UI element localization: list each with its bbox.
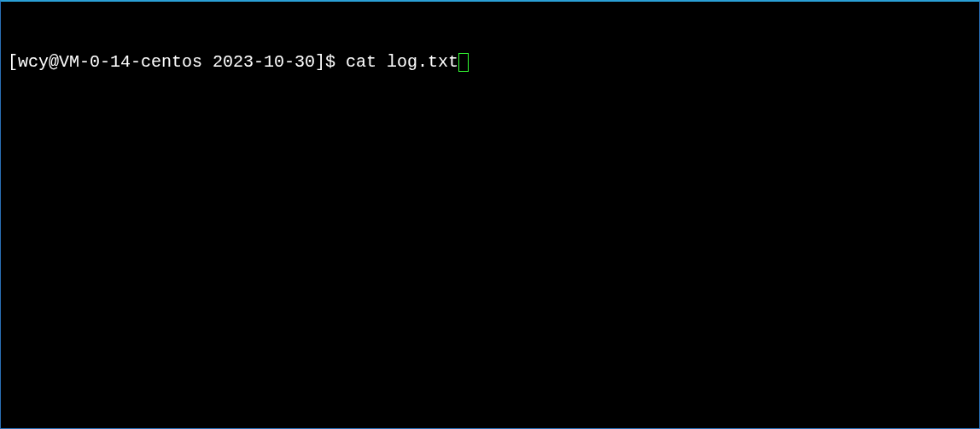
command-line: [wcy@VM-0-14-centos 2023-10-30]$ cat log… xyxy=(8,51,972,73)
shell-prompt: [wcy@VM-0-14-centos 2023-10-30]$ xyxy=(8,51,346,73)
cursor-block xyxy=(458,53,469,72)
terminal-window[interactable]: [wcy@VM-0-14-centos 2023-10-30]$ cat log… xyxy=(1,2,979,101)
typed-command: cat log.txt xyxy=(346,51,458,73)
